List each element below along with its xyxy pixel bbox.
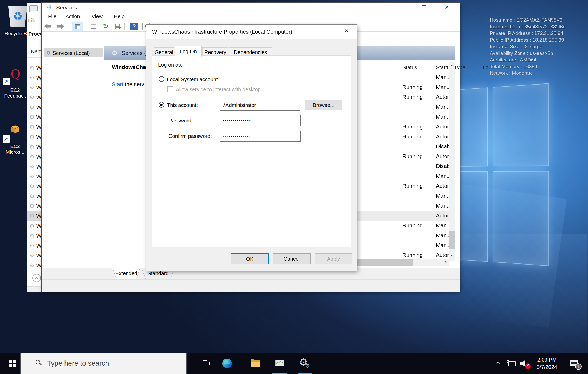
bgwin-processes-tab[interactable]: Processes [28, 31, 42, 37]
file-explorer-icon[interactable] [247, 353, 264, 374]
menu-view[interactable]: View [92, 14, 103, 20]
bgwin-service-row[interactable]: ⚙W [27, 231, 42, 241]
column-header-log-on-as[interactable]: Lo [483, 65, 488, 70]
interact-desktop-label: Allow service to interact with desktop [176, 87, 261, 93]
menu-file[interactable]: File [48, 14, 56, 20]
system-info-line: Private IP Address : 172.31.28.94 [490, 30, 566, 37]
bgwin-service-row[interactable]: ⚙W [27, 63, 42, 73]
back-button[interactable] [44, 24, 51, 29]
bgwin-service-row[interactable]: ⚙W [27, 132, 42, 142]
forward-button[interactable] [57, 24, 64, 29]
help-icon: ? [130, 23, 138, 30]
services-app-icon: ⚙ [46, 4, 52, 11]
bgwin-name-column-header[interactable]: Name [31, 49, 42, 55]
bgwin-service-row[interactable]: ⚙W [27, 92, 42, 102]
gear-icon: ⚙ [29, 163, 35, 170]
tray-expand-icon[interactable] [495, 362, 500, 366]
tab-log-on[interactable]: Log On [175, 46, 202, 57]
dialog-close-button[interactable]: × [341, 25, 353, 38]
help-button[interactable]: ? [128, 22, 140, 31]
start-service-link[interactable]: Start [112, 81, 123, 87]
password-input[interactable]: •••••••••••••• [220, 115, 301, 126]
bgwin-file-menu[interactable]: File [28, 18, 36, 24]
start-button[interactable] [5, 353, 20, 374]
confirm-password-input[interactable]: •••••••••••••• [220, 131, 301, 142]
task-view-button[interactable] [197, 353, 214, 374]
gear-icon: ⚙ [29, 223, 35, 229]
export-list-button[interactable]: ▶ [112, 22, 123, 31]
cancel-button[interactable]: Cancel [273, 253, 311, 264]
system-info-line: Instance Size : t2.xlarge [490, 43, 566, 50]
scroll-up-arrow[interactable] [450, 64, 454, 68]
column-header-status[interactable]: Status [402, 65, 417, 70]
dialog-titlebar[interactable]: WindowsChaosInfrastructure Properties (L… [146, 25, 357, 39]
edge-browser-icon[interactable] [219, 353, 235, 374]
maximize-button[interactable] [416, 3, 432, 12]
close-button[interactable]: × [440, 3, 456, 12]
apply-button[interactable]: Apply [315, 253, 352, 264]
bgwin-service-row[interactable]: ⚙W [27, 152, 42, 162]
ok-button[interactable]: OK [231, 253, 269, 264]
divider [27, 57, 42, 58]
refresh-button[interactable]: ↻ [100, 22, 112, 31]
search-box[interactable]: Type here to search [20, 353, 187, 374]
scroll-thumb[interactable] [449, 231, 455, 249]
this-account-radio[interactable] [159, 102, 164, 108]
gear-icon: ⚙ [29, 144, 35, 150]
bgwin-service-row[interactable]: ⚙W [27, 211, 42, 221]
services-taskbar-icon[interactable]: ⚙⚙ [296, 353, 313, 374]
column-separator[interactable] [400, 64, 400, 70]
search-placeholder: Type here to search [47, 353, 109, 374]
bgwin-service-row[interactable]: ⚙W [27, 162, 42, 171]
show-console-tree-button[interactable] [72, 22, 83, 31]
interact-desktop-checkbox[interactable] [167, 86, 173, 92]
minimize-button[interactable] [393, 3, 408, 12]
bgwin-service-row[interactable]: ⚙W [27, 191, 42, 201]
bgwin-service-row[interactable]: ⚙W [27, 112, 42, 122]
column-separator[interactable] [480, 64, 480, 70]
bgwin-service-row[interactable]: ⚙W [27, 73, 42, 82]
bgwin-service-row[interactable]: ⚙W [27, 142, 42, 152]
bgwin-service-row[interactable]: ⚙W [27, 260, 42, 270]
taskbar-clock[interactable]: 2:09 PM3/7/2024 [532, 356, 561, 371]
tree-item-services-local[interactable]: ⚙Services (Local) [44, 48, 103, 57]
local-system-radio[interactable] [159, 76, 164, 82]
divider [27, 42, 42, 42]
gear-icon: ⚙ [29, 94, 35, 101]
browse-button[interactable]: Browse... [305, 100, 342, 110]
column-separator[interactable] [432, 64, 432, 70]
scroll-up-button[interactable] [32, 274, 41, 282]
gear-icon: ⚙ [29, 252, 35, 259]
vertical-scrollbar[interactable] [449, 62, 455, 261]
bgwin-service-row[interactable]: ⚙W [27, 201, 42, 211]
gear-icon: ⚙ [29, 193, 35, 199]
bgwin-service-row[interactable]: ⚙W [27, 102, 42, 112]
bgwin-service-row[interactable]: ⚙W [27, 241, 42, 250]
local-system-label: Local System account [167, 76, 218, 82]
menu-action[interactable]: Action [66, 14, 80, 20]
account-input[interactable]: .\Administrator [220, 100, 300, 111]
scroll-right-arrow[interactable] [443, 261, 447, 264]
service-startup-type: Automatic [436, 132, 449, 141]
task-manager-icon [29, 5, 38, 13]
bgwin-service-row[interactable]: ⚙W [27, 122, 42, 132]
system-info-line: Availability Zone : us-east-2b [490, 50, 566, 57]
toolbar-separator [124, 23, 125, 30]
bgwin-service-row[interactable]: ⚙W [27, 82, 42, 92]
menubar: File Action View Help [42, 12, 460, 21]
ec2-microsoft-label: EC2Micros... [0, 144, 30, 155]
gear-icon: ⚙ [29, 74, 35, 81]
services-titlebar[interactable]: ⚙ Services × [42, 3, 460, 12]
task-manager-taskbar-icon[interactable] [271, 353, 288, 374]
aws-cube-icon [11, 125, 19, 133]
bgwin-service-row[interactable]: ⚙W [27, 250, 42, 260]
scroll-down-arrow[interactable] [450, 253, 454, 257]
tab-extended[interactable]: Extended [113, 268, 140, 279]
bgwin-service-row[interactable]: ⚙W [27, 171, 42, 181]
menu-help[interactable]: Help [114, 14, 125, 20]
bgwin-service-row[interactable]: ⚙W [27, 221, 42, 231]
properties-button[interactable] [88, 22, 99, 31]
service-startup-type: Automatic [436, 92, 449, 102]
bgwin-service-row[interactable]: ⚙W [27, 181, 42, 191]
service-startup-type: Automatic [436, 250, 449, 260]
